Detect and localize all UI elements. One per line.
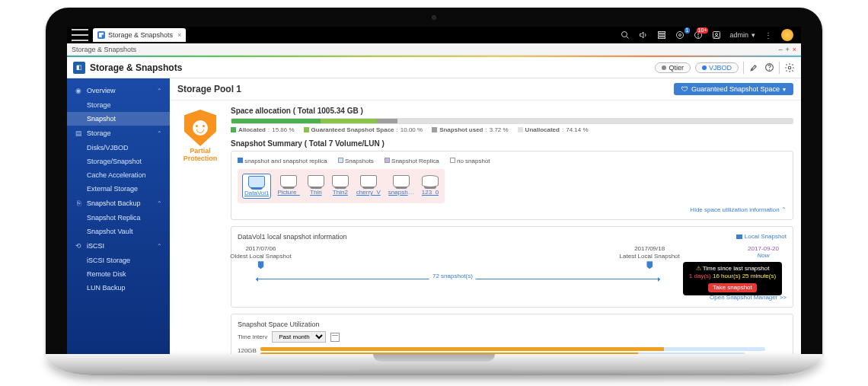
protection-status: Partial Protection	[177, 107, 223, 354]
app-icon: ◧	[73, 62, 85, 74]
utilization-chart: 120GB 96GB	[238, 347, 787, 354]
volume-item[interactable]: Picture_	[276, 174, 301, 199]
more-icon[interactable]: ⋮	[763, 30, 774, 40]
tools-icon[interactable]	[748, 62, 759, 73]
volume-icon[interactable]	[638, 30, 649, 40]
take-snapshot-button[interactable]: Take snapshot	[708, 283, 757, 292]
allocation-title: Space allocation ( Total 1005.34 GB )	[231, 107, 793, 115]
utilization-panel: Snapshot Space Utilization Time interv P…	[231, 314, 793, 354]
iscsi-icon: ⟲	[75, 242, 82, 250]
local-snapshot-badge: Local Snapshot	[736, 233, 787, 240]
search-icon[interactable]	[620, 30, 630, 40]
sidebar-item-iscsi-storage[interactable]: iSCSI Storage	[67, 254, 170, 267]
svg-point-9	[698, 37, 699, 37]
close-button[interactable]: ×	[793, 46, 796, 53]
qtier-button[interactable]: Qtier	[655, 62, 691, 73]
sidebar-item-disks[interactable]: Disks/VJBOD	[67, 141, 170, 155]
svg-point-0	[622, 32, 627, 37]
hide-utilization-link[interactable]: Hide space utilization information	[238, 206, 787, 213]
marker-icon	[646, 261, 653, 269]
overview-icon: ◉	[75, 87, 82, 94]
window-title: Storage & Snapshots	[72, 46, 136, 53]
vjbod-button[interactable]: VJBOD	[695, 62, 739, 73]
sidebar-item-remote-disk[interactable]: Remote Disk	[67, 267, 170, 281]
volume-item[interactable]: Thin2	[330, 174, 350, 199]
info-title: DataVol1 local snapshot information	[238, 233, 787, 241]
pool-title: Storage Pool 1	[177, 84, 241, 94]
pool-header: Storage Pool 1 🛡Guaranteed Snapshot Spac…	[170, 78, 801, 100]
devices-icon[interactable]: 1	[675, 30, 685, 40]
sidebar-group-iscsi[interactable]: ⟲iSCSI⌃	[67, 238, 170, 254]
sidebar-item-storage-snapshot[interactable]: Storage/Snapshot	[67, 155, 170, 168]
volume-item[interactable]: DataVol1	[242, 174, 271, 199]
main-content: Storage Pool 1 🛡Guaranteed Snapshot Spac…	[170, 78, 801, 354]
sidebar-item-snapshot[interactable]: Snapshot	[67, 112, 170, 126]
drive-icon	[393, 175, 410, 187]
dashboard-icon[interactable]	[781, 29, 793, 41]
admin-menu[interactable]: admin▾	[729, 31, 755, 39]
sidebar-item-lun-backup[interactable]: LUN Backup	[67, 281, 170, 295]
snapshot-count: 72 snapshot(s)	[429, 273, 476, 279]
laptop-bezel: Storage & Snapshots × 1 10+ admin▾ ⋮	[46, 8, 822, 354]
sidebar-group-storage[interactable]: ▤Storage⌃	[67, 126, 170, 141]
svg-point-5	[677, 32, 684, 39]
snapshot-info-panel: Local Snapshot DataVol1 local snapshot i…	[231, 226, 793, 308]
sidebar-item-external[interactable]: External Storage	[67, 182, 170, 196]
svg-line-1	[627, 37, 629, 39]
summary-legend: snapshot and snapshot replica Snapshots …	[238, 158, 787, 164]
now-marker: 2017-09-20 Now	[748, 245, 779, 259]
svg-point-14	[788, 66, 791, 69]
alert-badge: 10+	[697, 27, 709, 33]
sidebar-item-storage[interactable]: Storage	[67, 98, 170, 112]
laptop-frame: Storage & Snapshots × 1 10+ admin▾ ⋮	[46, 8, 822, 375]
volume-item[interactable]: 123_0	[420, 174, 440, 199]
camera-dot	[432, 15, 436, 20]
screen: Storage & Snapshots × 1 10+ admin▾ ⋮	[67, 27, 801, 354]
chevron-down-icon: ▾	[752, 31, 755, 39]
sidebar-group-overview[interactable]: ◉Overview⌃	[67, 83, 170, 98]
svg-rect-3	[659, 34, 665, 36]
backup-icon: ⎘	[75, 199, 82, 207]
volume-item[interactable]: Thin	[306, 174, 326, 199]
svg-point-11	[716, 33, 718, 36]
drive-icon	[332, 175, 349, 187]
volume-item[interactable]: cherry_V	[355, 174, 382, 199]
drive-icon	[360, 175, 377, 187]
notification-icon[interactable]: 10+	[693, 30, 704, 40]
sidebar: ◉Overview⌃ Storage Snapshot ▤Storage⌃ Di…	[67, 78, 170, 354]
calendar-icon[interactable]	[330, 333, 340, 342]
app-tab[interactable]: Storage & Snapshots ×	[93, 28, 186, 42]
tasks-icon[interactable]	[656, 30, 667, 40]
volume-list: DataVol1 Picture_ Thin Thin2 cherry_V sn…	[238, 169, 445, 203]
sidebar-item-replica[interactable]: Snapshot Replica	[67, 211, 170, 225]
lun-icon	[422, 175, 439, 187]
allocation-legend: Allocated: 15.86 % Guaranteed Snapshot S…	[231, 126, 793, 133]
guaranteed-space-button[interactable]: 🛡Guaranteed Snapshot Space	[674, 83, 793, 95]
user-icon[interactable]	[711, 30, 722, 40]
sidebar-item-cache[interactable]: Cache Acceleration	[67, 168, 170, 182]
protection-label: Partial Protection	[177, 148, 223, 163]
lock-icon: 🛡	[681, 85, 688, 93]
minimize-button[interactable]: –	[778, 46, 782, 53]
drive-icon	[308, 175, 324, 187]
maximize-button[interactable]: +	[785, 46, 789, 53]
interval-select[interactable]: Past month	[272, 331, 326, 343]
svg-point-6	[679, 34, 681, 37]
summary-panel: snapshot and snapshot replica Snapshots …	[231, 151, 793, 220]
chevron-up-icon: ⌃	[157, 88, 162, 94]
close-icon[interactable]: ×	[177, 31, 181, 39]
help-icon[interactable]	[764, 62, 774, 73]
settings-icon[interactable]	[784, 62, 795, 73]
sidebar-group-backup[interactable]: ⎘Snapshot Backup⌃	[67, 196, 170, 211]
volume-item[interactable]: snapsho_	[387, 174, 416, 199]
sidebar-item-vault[interactable]: Snapshot Vault	[67, 225, 170, 238]
shield-icon	[184, 110, 216, 146]
window-header: ◧ Storage & Snapshots Qtier VJBOD	[67, 57, 801, 78]
utilization-title: Snapshot Space Utilization	[238, 321, 787, 328]
storage-icon: ▤	[75, 129, 82, 137]
chevron-up-icon: ⌃	[157, 243, 162, 250]
devices-badge: 1	[685, 27, 691, 33]
drive-icon	[248, 176, 265, 188]
menu-icon[interactable]	[72, 29, 88, 41]
summary-title: Snapshot Summary ( Total 7 Volume/LUN )	[231, 139, 793, 148]
